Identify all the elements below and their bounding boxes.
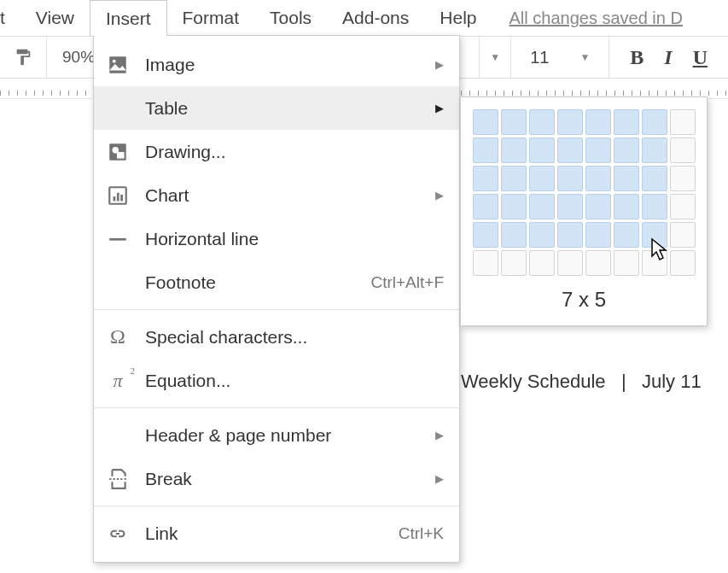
table-cell[interactable] (501, 166, 527, 191)
insert-chart[interactable]: Chart ▶ (94, 173, 459, 217)
table-cell[interactable] (557, 222, 583, 248)
table-cell[interactable] (614, 166, 639, 191)
separator-text: | (621, 371, 626, 392)
table-grid[interactable] (473, 109, 695, 276)
submenu-arrow-icon: ▶ (435, 102, 444, 114)
table-cell[interactable] (614, 250, 639, 276)
table-cell[interactable] (529, 250, 555, 276)
menu-insert[interactable]: Insert (90, 0, 167, 36)
blank-icon (106, 96, 130, 120)
menu-item-label: Chart (145, 185, 420, 206)
table-cell[interactable] (501, 137, 527, 163)
table-cell[interactable] (585, 109, 611, 135)
table-cell[interactable] (670, 222, 696, 248)
table-cell[interactable] (501, 222, 527, 248)
table-cell[interactable] (529, 166, 555, 191)
menu-edit[interactable]: t (0, 0, 20, 36)
pi-icon: π2 (106, 369, 130, 393)
omega-icon: Ω (106, 325, 130, 349)
chart-icon (106, 184, 130, 208)
table-cell[interactable] (642, 250, 667, 276)
table-cell[interactable] (557, 166, 583, 191)
table-cell[interactable] (473, 250, 498, 276)
table-cell[interactable] (670, 109, 696, 135)
table-cell[interactable] (473, 109, 498, 135)
submenu-arrow-icon: ▶ (435, 58, 444, 71)
table-cell[interactable] (585, 137, 611, 163)
table-cell[interactable] (670, 137, 696, 163)
svg-rect-6 (114, 196, 116, 201)
page-break-icon (106, 467, 130, 491)
blank-icon (106, 424, 130, 447)
menu-item-label: Image (145, 55, 420, 75)
table-cell[interactable] (642, 166, 667, 191)
table-cell[interactable] (670, 250, 696, 276)
fontsize-control[interactable]: 11 ▼ (511, 37, 609, 78)
table-cell[interactable] (473, 137, 498, 163)
schedule-date: July 11 (642, 371, 702, 392)
table-cell[interactable] (529, 222, 555, 248)
insert-image[interactable]: Image ▶ (94, 43, 459, 86)
table-cell[interactable] (670, 166, 696, 191)
table-cell[interactable] (614, 137, 639, 163)
insert-special-characters[interactable]: Ω Special characters... (94, 315, 459, 359)
menu-item-label: Special characters... (145, 327, 444, 348)
svg-rect-8 (120, 194, 123, 201)
table-cell[interactable] (501, 250, 527, 276)
insert-link[interactable]: Link Ctrl+K (94, 512, 459, 555)
table-cell[interactable] (529, 109, 555, 135)
insert-equation[interactable]: π2 Equation... (94, 359, 459, 402)
svg-point-1 (113, 59, 116, 62)
table-cell[interactable] (614, 194, 639, 219)
separator (94, 506, 459, 506)
table-cell[interactable] (473, 166, 498, 191)
table-cell[interactable] (614, 222, 639, 248)
insert-header-page-number[interactable]: Header & page number ▶ (94, 413, 459, 457)
menu-item-label: Equation... (145, 371, 444, 391)
bold-button[interactable]: B (620, 46, 654, 69)
insert-table[interactable]: Table ▶ (94, 86, 459, 130)
table-cell[interactable] (585, 166, 611, 191)
table-cell[interactable] (642, 194, 667, 219)
submenu-arrow-icon: ▶ (435, 472, 444, 485)
insert-break[interactable]: Break ▶ (94, 457, 459, 500)
insert-drawing[interactable]: Drawing... (94, 130, 459, 173)
menu-help[interactable]: Help (424, 0, 492, 36)
menubar: t View Insert Format Tools Add-ons Help … (0, 0, 728, 36)
table-cell[interactable] (501, 194, 527, 219)
menu-format[interactable]: Format (167, 0, 255, 36)
link-icon (106, 522, 130, 546)
insert-footnote[interactable]: Footnote Ctrl+Alt+F (94, 260, 459, 304)
svg-rect-4 (117, 152, 125, 159)
fontname-dropdown[interactable]: ▼ (479, 37, 511, 78)
table-cell[interactable] (585, 222, 611, 248)
table-cell[interactable] (642, 137, 667, 163)
table-cell[interactable] (642, 222, 667, 248)
table-cell[interactable] (557, 250, 583, 276)
table-cell[interactable] (557, 194, 583, 219)
menu-view[interactable]: View (20, 0, 90, 36)
svg-rect-0 (109, 56, 126, 73)
menu-addons[interactable]: Add-ons (327, 0, 424, 36)
insert-menu-dropdown: Image ▶ Table ▶ Drawing... Chart ▶ Horiz… (93, 35, 460, 563)
menu-item-label: Table (145, 98, 420, 119)
table-cell[interactable] (642, 109, 667, 135)
fontsize-value: 11 (530, 48, 549, 67)
table-cell[interactable] (529, 137, 555, 163)
table-cell[interactable] (585, 194, 611, 219)
table-cell[interactable] (473, 222, 498, 248)
table-cell[interactable] (557, 137, 583, 163)
italic-button[interactable]: I (654, 46, 682, 69)
table-cell[interactable] (614, 109, 639, 135)
insert-horizontal-line[interactable]: Horizontal line (94, 217, 459, 260)
table-cell[interactable] (473, 194, 498, 219)
paint-format-icon[interactable] (10, 44, 36, 70)
menu-tools[interactable]: Tools (254, 0, 327, 36)
table-cell[interactable] (557, 109, 583, 135)
table-cell[interactable] (529, 194, 555, 219)
save-status[interactable]: All changes saved in D (509, 9, 682, 28)
table-cell[interactable] (585, 250, 611, 276)
table-cell[interactable] (670, 194, 696, 219)
underline-button[interactable]: U (683, 46, 718, 69)
table-cell[interactable] (501, 109, 527, 135)
